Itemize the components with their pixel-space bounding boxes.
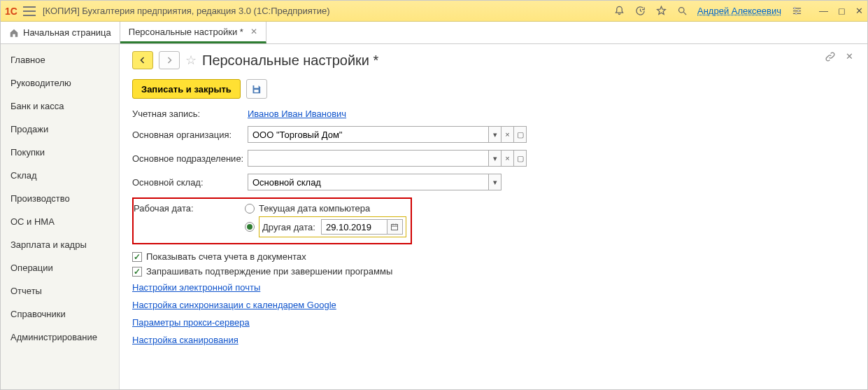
sidebar-item[interactable]: Производство — [1, 187, 119, 210]
link-email-settings[interactable]: Настройки электронной почты — [132, 282, 260, 293]
save-close-button[interactable]: Записать и закрыть — [132, 79, 241, 99]
tab-bar: Начальная страница Персональные настройк… — [1, 22, 867, 44]
content: ☆ Персональные настройки * ✕ Записать и … — [120, 44, 867, 389]
dropdown-icon[interactable]: ▾ — [489, 126, 501, 143]
org-label: Основная организация: — [132, 130, 248, 140]
account-label: Учетная запись: — [132, 109, 248, 119]
titlebar: 1C [КОПИЯ] Бухгалтерия предприятия, реда… — [1, 1, 867, 22]
window-buttons: — ◻ ✕ — [819, 6, 863, 16]
svg-point-3 — [797, 10, 799, 12]
row-warehouse: Основной склад: ▾ — [132, 174, 855, 190]
attachment-icon[interactable] — [825, 51, 836, 62]
clear-icon[interactable]: × — [501, 150, 514, 167]
checkbox-confirm-exit[interactable] — [132, 267, 142, 277]
maximize-icon[interactable]: ◻ — [838, 6, 846, 16]
bell-icon[interactable] — [613, 6, 625, 17]
tab-personal-settings[interactable]: Персональные настройки * ✕ — [120, 22, 266, 43]
favorite-star-icon[interactable]: ☆ — [185, 53, 197, 68]
row-workdate-other: Другая дата: — [134, 216, 406, 237]
sidebar-item[interactable]: Справочники — [1, 302, 119, 326]
save-button[interactable] — [246, 79, 267, 99]
sidebar-item[interactable]: Операции — [1, 256, 119, 279]
sidebar-item[interactable]: Руководителю — [1, 71, 119, 95]
sidebar-item[interactable]: Отчеты — [1, 279, 119, 302]
radio-current-date[interactable] — [245, 204, 255, 214]
link-proxy[interactable]: Параметры прокси-сервера — [132, 317, 250, 328]
logo-1c: 1C — [5, 6, 17, 17]
org-input[interactable] — [248, 126, 489, 143]
svg-point-2 — [794, 8, 796, 10]
row-department: Основное подразделение: ▾ × ▢ — [132, 150, 855, 167]
sidebar-item[interactable]: Главное — [1, 48, 119, 71]
workdate-section: Рабочая дата: Текущая дата компьютера Др… — [132, 197, 412, 244]
close-icon[interactable]: ✕ — [855, 6, 863, 16]
svg-point-4 — [795, 13, 797, 15]
app-window: 1C [КОПИЯ] Бухгалтерия предприятия, реда… — [0, 0, 868, 390]
open-icon[interactable]: ▢ — [514, 150, 527, 167]
minimize-icon[interactable]: — — [819, 6, 828, 16]
radio-current-label: Текущая дата компьютера — [259, 203, 370, 214]
titlebar-tools: Андрей Алексеевич — [613, 6, 802, 17]
dept-input[interactable] — [248, 150, 489, 167]
sidebar: Главное Руководителю Банк и касса Продаж… — [1, 44, 120, 389]
toolbar: Записать и закрыть — [132, 79, 855, 99]
options-icon[interactable] — [791, 6, 802, 17]
star-icon[interactable] — [655, 6, 667, 17]
open-icon[interactable]: ▢ — [514, 126, 527, 143]
row-workdate-current: Рабочая дата: Текущая дата компьютера — [134, 203, 406, 214]
row-account: Учетная запись: Иванов Иван Иванович — [132, 109, 855, 119]
dropdown-icon[interactable]: ▾ — [489, 174, 501, 190]
page-title: Персональные настройки * — [202, 53, 378, 69]
radio-other-date[interactable] — [245, 222, 255, 232]
svg-rect-5 — [255, 85, 259, 88]
workdate-label: Рабочая дата: — [134, 203, 245, 214]
svg-rect-6 — [255, 90, 259, 92]
tab-home-label: Начальная страница — [23, 27, 111, 38]
sidebar-item[interactable]: ОС и НМА — [1, 210, 119, 233]
dept-label: Основное подразделение: — [132, 153, 248, 164]
back-button[interactable] — [132, 51, 153, 69]
svg-point-0 — [678, 8, 684, 13]
checkbox-show-accounts[interactable] — [132, 252, 142, 262]
sidebar-item[interactable]: Покупки — [1, 141, 119, 164]
sidebar-item[interactable]: Склад — [1, 164, 119, 187]
sidebar-item[interactable]: Продажи — [1, 118, 119, 141]
radio-other-label: Другая дата: — [262, 222, 315, 232]
clear-icon[interactable]: × — [501, 126, 514, 143]
tab-active-label: Персональные настройки * — [129, 27, 243, 37]
account-link[interactable]: Иванов Иван Иванович — [248, 109, 346, 119]
links-section: Настройки электронной почты Настройка си… — [132, 282, 855, 352]
date-input[interactable] — [321, 219, 387, 235]
show-accounts-label: Показывать счета учета в документах — [146, 251, 306, 262]
page-close-icon[interactable]: ✕ — [846, 51, 853, 62]
sidebar-item[interactable]: Зарплата и кадры — [1, 233, 119, 256]
row-organization: Основная организация: ▾ × ▢ — [132, 126, 855, 143]
user-name[interactable]: Андрей Алексеевич — [697, 6, 781, 16]
content-header: ☆ Персональные настройки * ✕ — [132, 51, 855, 69]
confirm-exit-label: Запрашивать подтверждение при завершении… — [146, 266, 392, 277]
row-confirm-exit: Запрашивать подтверждение при завершении… — [132, 266, 855, 277]
main-menu-icon[interactable] — [23, 6, 36, 16]
svg-rect-7 — [392, 225, 398, 230]
window-title: [КОПИЯ] Бухгалтерия предприятия, редакци… — [43, 6, 613, 16]
dropdown-icon[interactable]: ▾ — [489, 150, 501, 167]
svg-line-1 — [683, 12, 686, 15]
wh-label: Основной склад: — [132, 177, 248, 188]
link-google-sync[interactable]: Настройка синхронизации с календарем Goo… — [132, 300, 336, 310]
sidebar-item[interactable]: Администрирование — [1, 326, 119, 349]
other-date-box: Другая дата: — [259, 216, 406, 237]
link-scanner[interactable]: Настройка сканирования — [132, 335, 239, 345]
history-icon[interactable] — [634, 6, 646, 17]
page-head-tools: ✕ — [825, 51, 853, 62]
calendar-icon[interactable] — [387, 219, 403, 235]
sidebar-item[interactable]: Банк и касса — [1, 95, 119, 118]
wh-input[interactable] — [248, 174, 489, 190]
tab-close-icon[interactable]: ✕ — [250, 27, 257, 36]
tab-home[interactable]: Начальная страница — [1, 22, 120, 43]
body: Главное Руководителю Банк и касса Продаж… — [1, 44, 867, 389]
row-show-accounts: Показывать счета учета в документах — [132, 251, 855, 262]
search-icon[interactable] — [676, 6, 688, 17]
forward-button[interactable] — [159, 51, 180, 69]
